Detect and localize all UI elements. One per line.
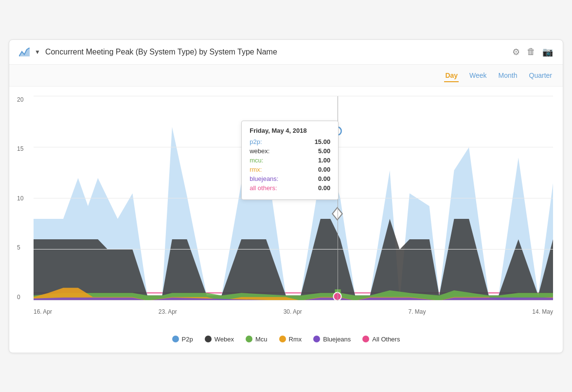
legend-dot-allothers xyxy=(362,336,369,342)
legend-mcu: Mcu xyxy=(246,336,268,343)
legend-rmx: Rmx xyxy=(279,336,302,343)
delete-button[interactable]: 🗑 xyxy=(527,47,536,57)
legend-p2p: P2p xyxy=(172,336,193,343)
settings-button[interactable]: ⚙ xyxy=(512,47,520,57)
header-actions: ⚙ 🗑 📷 xyxy=(512,47,553,57)
chart-tooltip: Friday, May 4, 2018 p2p: 15.00 webex: 5.… xyxy=(241,121,339,200)
tooltip-row-mcu: mcu: 1.00 xyxy=(250,157,330,164)
tooltip-row-allothers: all others: 0.00 xyxy=(250,184,330,192)
chart-icon xyxy=(19,48,30,56)
page-title: Concurrent Meeting Peak (By System Type)… xyxy=(45,48,507,56)
legend-dot-webex xyxy=(205,336,212,342)
legend-dot-p2p xyxy=(172,336,179,342)
x-axis: 16. Apr 23. Apr 30. Apr 7. May 14. May xyxy=(34,305,553,315)
tooltip-row-rmx: rmx: 0.00 xyxy=(250,166,330,173)
tooltip-row-p2p: p2p: 15.00 xyxy=(250,138,330,145)
legend-allothers: All Others xyxy=(362,336,400,343)
chart-header: ▼ Concurrent Meeting Peak (By System Typ… xyxy=(9,40,563,65)
tab-month[interactable]: Month xyxy=(498,70,518,81)
tab-week[interactable]: Week xyxy=(468,70,488,81)
y-axis: 0 5 10 15 20 xyxy=(17,96,23,301)
tooltip-row-bluejeans: bluejeans: 0.00 xyxy=(250,175,330,182)
camera-button[interactable]: 📷 xyxy=(542,47,553,57)
time-period-toolbar: Day Week Month Quarter xyxy=(9,65,563,87)
tab-day[interactable]: Day xyxy=(444,70,459,81)
legend-dot-bluejeans xyxy=(313,336,320,342)
tooltip-row-webex: webex: 5.00 xyxy=(250,147,330,155)
legend-bluejeans: Bluejeans xyxy=(313,336,351,343)
legend-dot-rmx xyxy=(279,336,286,342)
legend-dot-mcu xyxy=(246,336,252,342)
chart-legend: P2p Webex Mcu Rmx Bluejeans All Others xyxy=(9,330,563,353)
tooltip-title: Friday, May 4, 2018 xyxy=(250,127,330,134)
legend-webex: Webex xyxy=(205,336,234,343)
chart-type-dropdown[interactable]: ▼ xyxy=(35,49,40,55)
chart-card: ▼ Concurrent Meeting Peak (By System Typ… xyxy=(9,39,563,353)
chart-svg-container: Friday, May 4, 2018 p2p: 15.00 webex: 5.… xyxy=(34,96,553,301)
chart-area: 0 5 10 15 20 xyxy=(9,87,563,330)
tab-quarter[interactable]: Quarter xyxy=(528,70,553,81)
